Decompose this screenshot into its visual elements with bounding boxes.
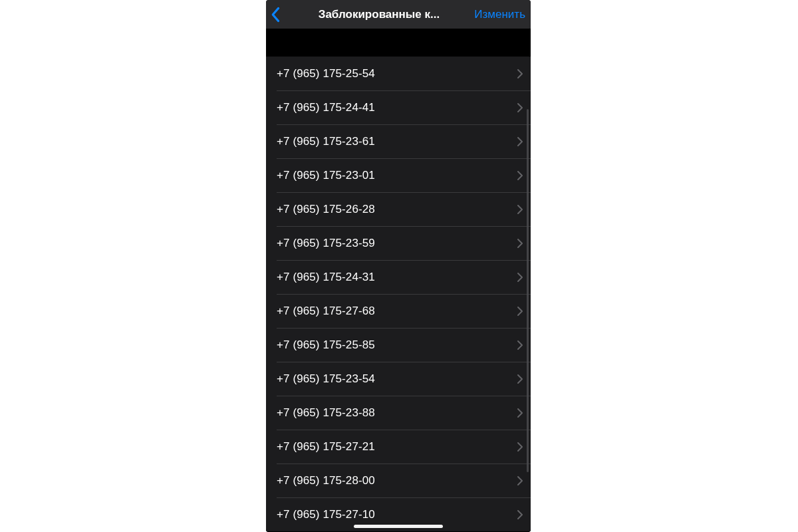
phone-number: +7 (965) 175-27-10 [277,508,517,521]
blocked-contact-row[interactable]: +7 (965) 175-23-59 [266,226,531,260]
chevron-right-icon [517,273,523,282]
blocked-contact-row[interactable]: +7 (965) 175-23-61 [266,124,531,158]
blocked-contact-row[interactable]: +7 (965) 175-23-88 [266,396,531,430]
chevron-right-icon [517,103,523,112]
phone-frame: Заблокированные к... Изменить +7 (965) 1… [266,0,531,532]
chevron-left-icon [270,7,282,23]
home-indicator[interactable] [354,525,443,528]
phone-number: +7 (965) 175-26-28 [277,203,517,216]
chevron-right-icon [517,374,523,384]
blocked-contact-row[interactable]: +7 (965) 175-27-21 [266,430,531,464]
blocked-contact-row[interactable]: +7 (965) 175-28-00 [266,464,531,497]
phone-number: +7 (965) 175-24-41 [277,101,517,114]
blocked-contact-row[interactable]: +7 (965) 175-25-85 [266,328,531,362]
phone-number: +7 (965) 175-23-01 [277,169,517,182]
chevron-right-icon [517,408,523,418]
chevron-right-icon [517,476,523,485]
blocked-contact-row[interactable]: +7 (965) 175-27-68 [266,294,531,328]
blocked-contact-row[interactable]: +7 (965) 175-25-54 [266,57,531,90]
scrollbar[interactable] [527,109,529,472]
chevron-right-icon [517,69,523,78]
navigation-bar: Заблокированные к... Изменить [266,0,531,29]
phone-number: +7 (965) 175-23-59 [277,237,517,250]
blocked-contact-row[interactable]: +7 (965) 175-23-54 [266,362,531,396]
chevron-right-icon [517,510,523,519]
blocked-contacts-list: +7 (965) 175-25-54+7 (965) 175-24-41+7 (… [266,57,531,531]
blocked-contact-row[interactable]: +7 (965) 175-23-01 [266,158,531,192]
blocked-contact-row[interactable]: +7 (965) 175-24-31 [266,260,531,294]
phone-number: +7 (965) 175-27-68 [277,305,517,318]
phone-number: +7 (965) 175-25-85 [277,338,517,352]
phone-number: +7 (965) 175-28-00 [277,474,517,487]
chevron-right-icon [517,205,523,214]
phone-number: +7 (965) 175-23-54 [277,372,517,386]
stage: Заблокированные к... Изменить +7 (965) 1… [0,0,798,532]
chevron-right-icon [517,239,523,248]
edit-button[interactable]: Изменить [470,8,525,21]
phone-number: +7 (965) 175-23-61 [277,135,517,148]
blocked-contact-row[interactable]: +7 (965) 175-24-41 [266,90,531,124]
blocked-list-container: +7 (965) 175-25-54+7 (965) 175-24-41+7 (… [266,29,531,532]
page-title: Заблокированные к... [297,8,462,21]
phone-number: +7 (965) 175-27-21 [277,440,517,454]
phone-number: +7 (965) 175-23-88 [277,406,517,420]
phone-number: +7 (965) 175-24-31 [277,271,517,284]
back-button[interactable] [270,7,290,23]
chevron-right-icon [517,442,523,452]
list-header-spacer [266,29,531,57]
chevron-right-icon [517,137,523,146]
phone-number: +7 (965) 175-25-54 [277,67,517,80]
chevron-right-icon [517,171,523,180]
chevron-right-icon [517,340,523,350]
blocked-contact-row[interactable]: +7 (965) 175-26-28 [266,192,531,226]
chevron-right-icon [517,307,523,316]
